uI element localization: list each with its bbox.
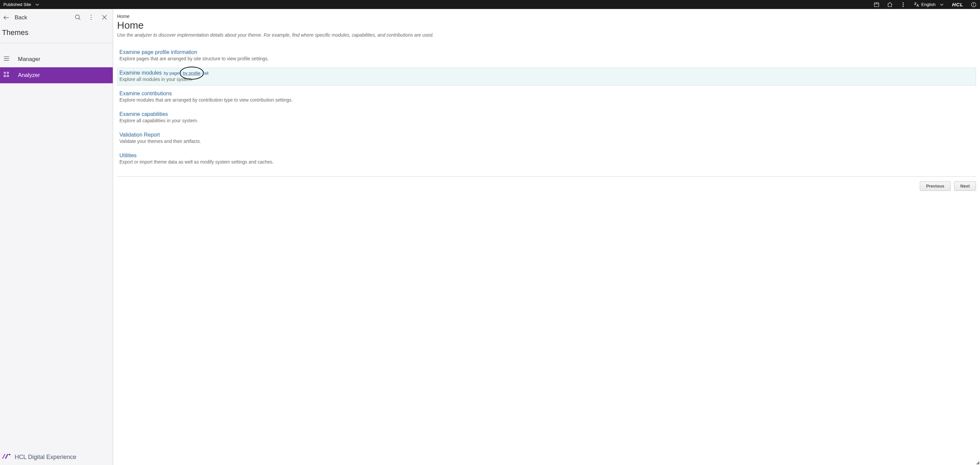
separator: | xyxy=(180,70,181,76)
translate-icon xyxy=(913,2,920,8)
product-logo-icon xyxy=(2,452,11,462)
list-icon xyxy=(3,55,10,64)
section-title-link[interactable]: Examine contributions xyxy=(119,91,172,96)
main-content: Home Home Use the analyzer to discover i… xyxy=(113,9,980,465)
analyzer-icon xyxy=(3,71,10,80)
nav-list: ManagerAnalyzer xyxy=(0,51,113,83)
top-bar: Published Site English HCL xyxy=(0,0,980,9)
svg-point-12 xyxy=(91,14,92,16)
svg-point-23 xyxy=(4,72,5,73)
section-row: UtilitiesExport or import theme data as … xyxy=(117,150,976,168)
section-row: Examine capabilitiesExplore all capabili… xyxy=(117,109,976,127)
section-desc: Export or import theme data as well as m… xyxy=(119,159,974,165)
svg-point-13 xyxy=(91,17,92,18)
section-row: Examine page profile informationExplore … xyxy=(117,47,976,65)
svg-point-24 xyxy=(7,72,8,73)
section-desc: Explore all capabilities in your system. xyxy=(119,118,974,123)
section-desc: Explore all modules in your system. xyxy=(119,77,974,82)
section-title-link[interactable]: Examine modules xyxy=(119,70,162,76)
svg-marker-29 xyxy=(8,454,11,456)
section-row: Examine contributionsExplore modules tha… xyxy=(117,88,976,106)
kebab-icon[interactable] xyxy=(88,14,95,22)
svg-point-14 xyxy=(91,19,92,20)
section-sublink[interactable]: by profile xyxy=(183,70,200,76)
nav-item-label: Manager xyxy=(18,56,40,62)
side-panel-header: Back xyxy=(0,9,113,26)
section-title-link[interactable]: Examine page profile information xyxy=(119,49,197,55)
breadcrumb[interactable]: Home xyxy=(117,14,976,19)
language-label: English xyxy=(921,2,936,7)
svg-point-21 xyxy=(9,58,9,59)
section-row: Validation ReportValidate your themes an… xyxy=(117,129,976,147)
svg-point-22 xyxy=(9,60,9,61)
caret-down-icon xyxy=(34,2,40,8)
svg-rect-25 xyxy=(4,75,5,76)
svg-point-5 xyxy=(902,6,903,6)
search-icon[interactable] xyxy=(74,14,81,22)
svg-point-20 xyxy=(9,56,9,57)
pages-icon[interactable] xyxy=(873,2,880,8)
site-switcher[interactable]: Published Site xyxy=(3,2,40,8)
nav-item-label: Analyzer xyxy=(18,72,40,78)
svg-marker-28 xyxy=(5,454,9,459)
side-panel-footer: HCL Digital Experience xyxy=(0,449,113,465)
close-icon[interactable] xyxy=(101,14,108,22)
section-desc: Validate your themes and their artifacts… xyxy=(119,139,974,144)
product-name: HCL Digital Experience xyxy=(14,454,76,461)
arrow-left-icon xyxy=(3,14,10,21)
separator: | xyxy=(202,70,203,76)
resize-grip[interactable] xyxy=(976,461,979,464)
svg-marker-27 xyxy=(2,454,6,459)
home-icon[interactable] xyxy=(887,2,893,8)
previous-button[interactable]: Previous xyxy=(920,181,951,191)
section-desc: Explore pages that are arranged by site … xyxy=(119,56,974,61)
nav-item-manager[interactable]: Manager xyxy=(0,51,113,67)
section-title-link[interactable]: Validation Report xyxy=(119,132,160,137)
nav-item-analyzer[interactable]: Analyzer xyxy=(0,67,113,83)
section-sublink[interactable]: by page xyxy=(164,70,179,76)
svg-point-4 xyxy=(902,4,903,5)
info-icon[interactable] xyxy=(971,2,977,8)
section-desc: Explore modules that are arranged by con… xyxy=(119,97,974,102)
site-label: Published Site xyxy=(3,2,31,7)
panel-title: Themes xyxy=(0,26,113,43)
section-title-link[interactable]: Utilities xyxy=(119,153,137,158)
page-title: Home xyxy=(117,20,976,31)
svg-line-11 xyxy=(79,18,81,20)
kebab-icon[interactable] xyxy=(900,2,906,8)
next-button[interactable]: Next xyxy=(954,181,976,191)
back-button[interactable]: Back xyxy=(3,14,27,21)
page-subtitle: Use the analyzer to discover implementat… xyxy=(117,32,976,38)
section-sublinks: by page|by profile|all xyxy=(164,70,208,76)
brand-logo: HCL xyxy=(952,2,963,7)
section-sublink[interactable]: all xyxy=(204,70,208,76)
section-row: Examine modulesby page|by profile|allExp… xyxy=(117,68,976,86)
side-panel: Back Themes ManagerAnalyzer xyxy=(0,9,113,465)
svg-point-3 xyxy=(902,2,903,3)
caret-down-icon xyxy=(939,2,945,8)
back-label: Back xyxy=(14,14,27,21)
pager: Previous Next xyxy=(117,176,976,191)
svg-rect-26 xyxy=(7,75,8,76)
section-title-link[interactable]: Examine capabilities xyxy=(119,111,168,117)
language-switcher[interactable]: English xyxy=(913,2,945,8)
